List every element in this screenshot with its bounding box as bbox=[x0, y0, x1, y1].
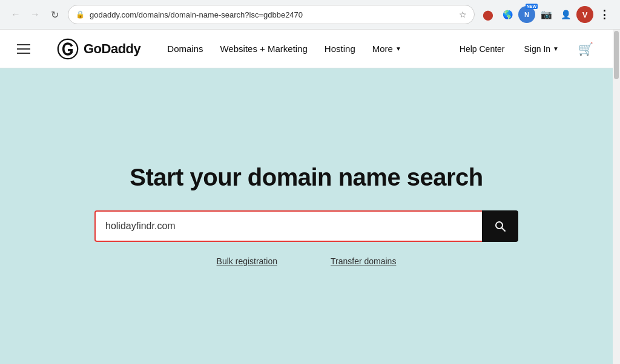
search-button[interactable] bbox=[482, 210, 518, 242]
reload-button[interactable]: ↻ bbox=[46, 6, 63, 23]
hamburger-line-2 bbox=[17, 48, 30, 50]
website-frame: GoDaddy Domains Websites + Marketing Hos… bbox=[0, 30, 620, 364]
godaddy-logo-icon bbox=[57, 38, 79, 60]
url-input[interactable] bbox=[90, 10, 454, 19]
browser-chrome: ← → ↻ 🔒 ☆ ⬤ 🌎 N NEW 📷 👤 V ⋮ bbox=[0, 0, 620, 30]
main-content: Start your domain name search Bulk regis… bbox=[0, 68, 613, 364]
nav-buttons: ← → ↻ bbox=[7, 6, 63, 23]
hamburger-line-1 bbox=[17, 44, 30, 45]
scrollbar-thumb[interactable] bbox=[614, 31, 619, 79]
sign-in-chevron-icon: ▼ bbox=[553, 45, 559, 52]
nav-right: Help Center Sign In ▼ 🛒 bbox=[455, 37, 598, 61]
logo-text: GoDaddy bbox=[84, 41, 140, 57]
search-links: Bulk registration Transfer domains bbox=[214, 254, 399, 268]
address-bar[interactable]: 🔒 ☆ bbox=[68, 5, 475, 24]
cart-button[interactable]: 🛒 bbox=[573, 37, 598, 61]
svg-line-2 bbox=[502, 228, 506, 232]
help-center-button[interactable]: Help Center bbox=[455, 39, 510, 59]
lock-icon: 🔒 bbox=[76, 10, 85, 19]
nav-menu: Domains Websites + Marketing Hosting Mor… bbox=[160, 39, 435, 59]
browser-toolbar: ← → ↻ 🔒 ☆ ⬤ 🌎 N NEW 📷 👤 V ⋮ bbox=[0, 0, 620, 29]
forward-button[interactable]: → bbox=[27, 6, 44, 23]
search-container bbox=[94, 210, 518, 242]
user-avatar[interactable]: V bbox=[576, 6, 593, 23]
hero-title: Start your domain name search bbox=[130, 164, 483, 191]
godaddy-logo[interactable]: GoDaddy bbox=[57, 38, 140, 60]
domain-search-input[interactable] bbox=[94, 210, 482, 242]
sign-in-button[interactable]: Sign In ▼ bbox=[519, 39, 564, 59]
nav-more[interactable]: More ▼ bbox=[365, 39, 409, 59]
back-button[interactable]: ← bbox=[7, 6, 24, 23]
instagram-icon[interactable]: 📷 bbox=[538, 6, 555, 23]
hamburger-menu-button[interactable] bbox=[15, 42, 33, 56]
search-icon bbox=[494, 220, 506, 232]
scrollbar[interactable] bbox=[613, 30, 620, 364]
chevron-down-icon: ▼ bbox=[395, 45, 401, 52]
godaddy-header: GoDaddy Domains Websites + Marketing Hos… bbox=[0, 30, 613, 68]
extension-icon-brown[interactable]: 🌎 bbox=[499, 6, 516, 23]
transfer-domains-link[interactable]: Transfer domains bbox=[328, 254, 398, 268]
new-badge: NEW bbox=[526, 4, 538, 9]
browser-icons: ⬤ 🌎 N NEW 📷 👤 V ⋮ bbox=[480, 6, 613, 23]
bookmark-icon[interactable]: ☆ bbox=[459, 10, 467, 19]
extension-new-badge[interactable]: N NEW bbox=[518, 6, 535, 23]
bulk-registration-link[interactable]: Bulk registration bbox=[214, 254, 280, 268]
nav-hosting[interactable]: Hosting bbox=[317, 39, 363, 59]
extension-icon-profile[interactable]: 👤 bbox=[557, 6, 574, 23]
nav-domains[interactable]: Domains bbox=[160, 39, 210, 59]
extension-icon-red[interactable]: ⬤ bbox=[480, 6, 496, 23]
nav-websites-marketing[interactable]: Websites + Marketing bbox=[213, 39, 314, 59]
hamburger-line-3 bbox=[17, 53, 30, 54]
browser-menu-button[interactable]: ⋮ bbox=[596, 6, 613, 23]
